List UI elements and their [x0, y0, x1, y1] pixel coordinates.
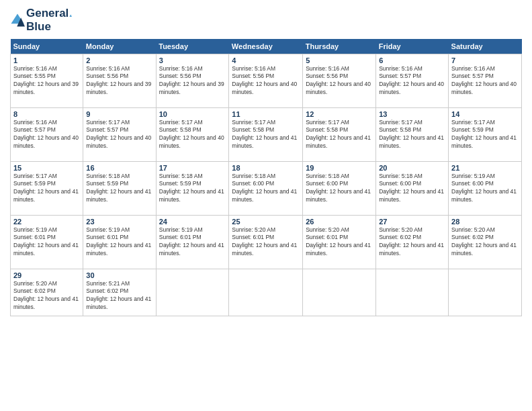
- sunset-label: Sunset: 5:57 PM: [379, 73, 421, 79]
- calendar-cell: 9 Sunrise: 5:17 AM Sunset: 5:57 PM Dayli…: [83, 107, 156, 161]
- daylight-label: Daylight: 12 hours and 41 minutes.: [451, 188, 517, 203]
- day-info: Sunrise: 5:16 AM Sunset: 5:57 PM Dayligh…: [13, 119, 80, 151]
- col-wednesday: Wednesday: [229, 39, 303, 54]
- sunrise-label: Sunrise: 5:16 AM: [13, 65, 57, 72]
- calendar-cell: 12 Sunrise: 5:17 AM Sunset: 5:58 PM Dayl…: [303, 107, 376, 161]
- sunrise-label: Sunrise: 5:20 AM: [306, 226, 349, 233]
- sunrise-label: Sunrise: 5:18 AM: [232, 173, 275, 179]
- calendar-week-row: 22 Sunrise: 5:19 AM Sunset: 6:01 PM Dayl…: [11, 215, 522, 269]
- calendar-table: Sunday Monday Tuesday Wednesday Thursday…: [10, 39, 522, 316]
- calendar-cell: 19 Sunrise: 5:18 AM Sunset: 6:00 PM Dayl…: [303, 161, 376, 215]
- calendar-cell: 10 Sunrise: 5:17 AM Sunset: 5:58 PM Dayl…: [156, 107, 229, 161]
- sunrise-label: Sunrise: 5:17 AM: [306, 119, 349, 126]
- day-info: Sunrise: 5:16 AM Sunset: 5:56 PM Dayligh…: [159, 65, 226, 97]
- day-number: 22: [13, 218, 80, 226]
- daylight-label: Daylight: 12 hours and 41 minutes.: [451, 242, 517, 257]
- day-number: 8: [13, 110, 80, 118]
- daylight-label: Daylight: 12 hours and 41 minutes.: [379, 242, 444, 257]
- calendar-cell: 24 Sunrise: 5:19 AM Sunset: 6:01 PM Dayl…: [156, 215, 229, 269]
- sunset-label: Sunset: 6:02 PM: [86, 287, 128, 294]
- calendar-week-row: 15 Sunrise: 5:17 AM Sunset: 5:59 PM Dayl…: [11, 161, 522, 215]
- sunset-label: Sunset: 5:59 PM: [451, 126, 494, 133]
- sunset-label: Sunset: 5:56 PM: [232, 73, 274, 79]
- day-number: 17: [159, 164, 226, 172]
- daylight-label: Daylight: 12 hours and 41 minutes.: [13, 188, 79, 203]
- day-info: Sunrise: 5:21 AM Sunset: 6:02 PM Dayligh…: [86, 280, 152, 312]
- day-info: Sunrise: 5:18 AM Sunset: 5:59 PM Dayligh…: [86, 173, 152, 205]
- calendar-cell: 28 Sunrise: 5:20 AM Sunset: 6:02 PM Dayl…: [449, 215, 522, 269]
- calendar-cell: 23 Sunrise: 5:19 AM Sunset: 6:01 PM Dayl…: [83, 215, 156, 269]
- sunset-label: Sunset: 6:01 PM: [86, 234, 128, 240]
- daylight-label: Daylight: 12 hours and 41 minutes.: [306, 188, 371, 203]
- sunset-label: Sunset: 6:01 PM: [13, 234, 56, 240]
- calendar-cell: 4 Sunrise: 5:16 AM Sunset: 5:56 PM Dayli…: [229, 54, 303, 107]
- sunrise-label: Sunrise: 5:20 AM: [13, 280, 57, 287]
- calendar-cell: [156, 269, 229, 316]
- calendar-cell: 17 Sunrise: 5:18 AM Sunset: 5:59 PM Dayl…: [156, 161, 229, 215]
- calendar-cell: 30 Sunrise: 5:21 AM Sunset: 6:02 PM Dayl…: [83, 269, 156, 316]
- daylight-label: Daylight: 12 hours and 41 minutes.: [306, 242, 371, 257]
- daylight-label: Daylight: 12 hours and 41 minutes.: [232, 134, 297, 149]
- daylight-label: Daylight: 12 hours and 40 minutes.: [451, 81, 517, 95]
- daylight-label: Daylight: 12 hours and 41 minutes.: [451, 134, 517, 149]
- calendar-cell: 6 Sunrise: 5:16 AM Sunset: 5:57 PM Dayli…: [376, 54, 449, 107]
- calendar-cell: 16 Sunrise: 5:18 AM Sunset: 5:59 PM Dayl…: [83, 161, 156, 215]
- day-number: 21: [451, 164, 519, 172]
- day-number: 29: [13, 271, 80, 279]
- sunrise-label: Sunrise: 5:16 AM: [379, 65, 423, 72]
- calendar-cell: 25 Sunrise: 5:20 AM Sunset: 6:01 PM Dayl…: [229, 215, 303, 269]
- day-number: 9: [86, 110, 152, 118]
- col-saturday: Saturday: [449, 39, 522, 54]
- day-number: 27: [379, 218, 445, 226]
- daylight-label: Daylight: 12 hours and 39 minutes.: [13, 81, 79, 95]
- day-number: 20: [379, 164, 445, 172]
- calendar-header-row: Sunday Monday Tuesday Wednesday Thursday…: [11, 39, 522, 54]
- calendar-cell: 11 Sunrise: 5:17 AM Sunset: 5:58 PM Dayl…: [229, 107, 303, 161]
- sunrise-label: Sunrise: 5:16 AM: [86, 65, 130, 72]
- day-number: 18: [232, 164, 300, 172]
- day-info: Sunrise: 5:19 AM Sunset: 6:01 PM Dayligh…: [86, 226, 152, 259]
- day-info: Sunrise: 5:16 AM Sunset: 5:57 PM Dayligh…: [379, 65, 445, 97]
- sunrise-label: Sunrise: 5:16 AM: [451, 65, 495, 72]
- calendar-week-row: 8 Sunrise: 5:16 AM Sunset: 5:57 PM Dayli…: [11, 107, 522, 161]
- col-tuesday: Tuesday: [156, 39, 229, 54]
- sunrise-label: Sunrise: 5:17 AM: [86, 119, 130, 126]
- sunset-label: Sunset: 6:01 PM: [232, 234, 274, 240]
- page: General▲ Blue Sunday Monday Tuesday Wedn…: [0, 0, 532, 411]
- day-number: 24: [159, 218, 226, 226]
- daylight-label: Daylight: 12 hours and 41 minutes.: [159, 242, 224, 257]
- daylight-label: Daylight: 12 hours and 40 minutes.: [306, 81, 371, 95]
- day-number: 6: [379, 56, 445, 64]
- sunrise-label: Sunrise: 5:20 AM: [379, 226, 423, 233]
- sunrise-label: Sunrise: 5:19 AM: [451, 173, 495, 179]
- day-number: 11: [232, 110, 300, 118]
- sunset-label: Sunset: 5:58 PM: [379, 126, 421, 133]
- daylight-label: Daylight: 12 hours and 41 minutes.: [86, 188, 151, 203]
- day-number: 25: [232, 218, 300, 226]
- day-number: 4: [232, 56, 300, 64]
- day-number: 2: [86, 56, 152, 64]
- daylight-label: Daylight: 12 hours and 39 minutes.: [86, 81, 151, 95]
- sunrise-label: Sunrise: 5:20 AM: [451, 226, 495, 233]
- logo: General▲ Blue: [10, 7, 73, 34]
- day-info: Sunrise: 5:19 AM Sunset: 6:01 PM Dayligh…: [159, 226, 226, 259]
- sunset-label: Sunset: 6:00 PM: [232, 180, 274, 187]
- daylight-label: Daylight: 12 hours and 41 minutes.: [232, 188, 297, 203]
- calendar-week-row: 29 Sunrise: 5:20 AM Sunset: 6:02 PM Dayl…: [11, 269, 522, 316]
- daylight-label: Daylight: 12 hours and 41 minutes.: [159, 188, 224, 203]
- day-info: Sunrise: 5:19 AM Sunset: 6:00 PM Dayligh…: [451, 173, 519, 205]
- day-info: Sunrise: 5:17 AM Sunset: 5:58 PM Dayligh…: [159, 119, 226, 151]
- sunrise-label: Sunrise: 5:16 AM: [159, 65, 203, 72]
- header: General▲ Blue: [10, 7, 522, 34]
- day-info: Sunrise: 5:17 AM Sunset: 5:59 PM Dayligh…: [13, 173, 80, 205]
- sunrise-label: Sunrise: 5:21 AM: [86, 280, 130, 287]
- daylight-label: Daylight: 12 hours and 40 minutes.: [379, 81, 444, 95]
- sunrise-label: Sunrise: 5:16 AM: [306, 65, 349, 72]
- calendar-cell: 8 Sunrise: 5:16 AM Sunset: 5:57 PM Dayli…: [11, 107, 83, 161]
- sunset-label: Sunset: 5:57 PM: [86, 126, 128, 133]
- day-number: 13: [379, 110, 445, 118]
- day-number: 16: [86, 164, 152, 172]
- calendar-cell: 21 Sunrise: 5:19 AM Sunset: 6:00 PM Dayl…: [449, 161, 522, 215]
- logo-text: General▲ Blue: [26, 7, 73, 34]
- day-number: 12: [306, 110, 373, 118]
